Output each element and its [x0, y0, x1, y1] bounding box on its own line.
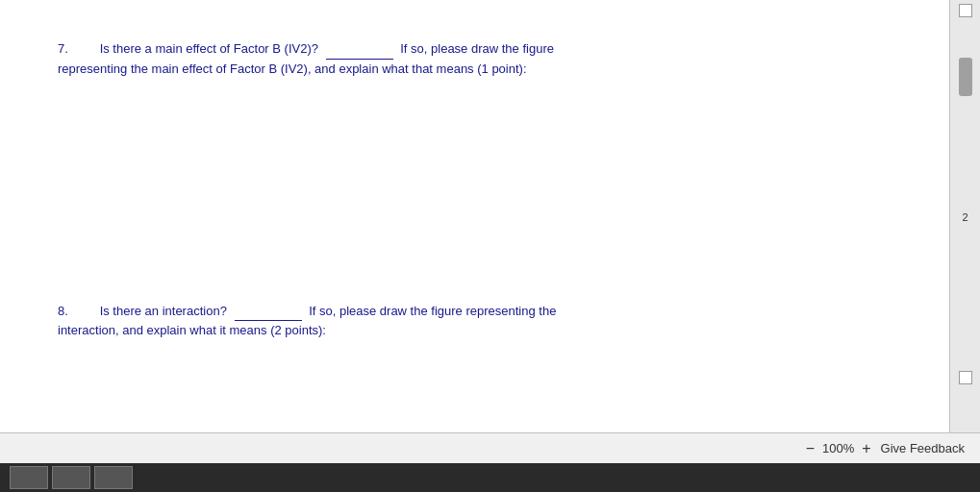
zoom-controls: − 100% +: [804, 440, 873, 457]
nav-box-bottom[interactable]: [959, 371, 972, 384]
right-sidebar: 2: [949, 0, 980, 432]
question-8-text: 8. Is there an interaction? If so, pleas…: [58, 301, 892, 322]
q7-blank: [326, 38, 393, 60]
nav-box-top[interactable]: [959, 4, 972, 17]
q7-continuation: representing the main effect of Factor B…: [58, 60, 892, 80]
q7-number: 7.: [58, 39, 96, 60]
main-area: 7. Is there a main effect of Factor B (I…: [0, 0, 980, 432]
thumbnail-2: [52, 466, 90, 489]
q7-text-part2: If so, please draw the figure: [400, 41, 554, 56]
content-area: 7. Is there a main effect of Factor B (I…: [0, 0, 949, 432]
thumbnail-3: [94, 466, 133, 489]
q8-number: 8.: [58, 302, 96, 322]
question-8-block: 8. Is there an interaction? If so, pleas…: [58, 301, 892, 342]
page-content: 7. Is there a main effect of Factor B (I…: [0, 0, 949, 432]
q8-text-part1: Is there an interaction?: [100, 304, 227, 318]
q7-answer-area: [58, 80, 892, 272]
give-feedback-button[interactable]: Give Feedback: [881, 441, 965, 455]
q8-continuation: interaction, and explain what it means (…: [58, 321, 892, 341]
page-number: 2: [962, 211, 967, 223]
scrollbar-thumb[interactable]: [959, 58, 972, 96]
thumbnail-1: [10, 466, 48, 489]
q8-blank: [235, 301, 302, 322]
question-7-block: 7. Is there a main effect of Factor B (I…: [58, 38, 892, 272]
zoom-out-button[interactable]: −: [804, 440, 817, 457]
q7-text-part1: Is there a main effect of Factor B (IV2)…: [100, 41, 318, 56]
thumbnail-strip: [10, 466, 133, 489]
zoom-in-button[interactable]: +: [860, 440, 872, 457]
q8-text-part2: If so, please draw the figure representi…: [309, 304, 556, 318]
zoom-level-display: 100%: [822, 441, 854, 455]
taskbar: [0, 463, 980, 492]
bottom-toolbar: − 100% + Give Feedback: [0, 432, 980, 463]
question-7-text: 7. Is there a main effect of Factor B (I…: [58, 38, 892, 60]
